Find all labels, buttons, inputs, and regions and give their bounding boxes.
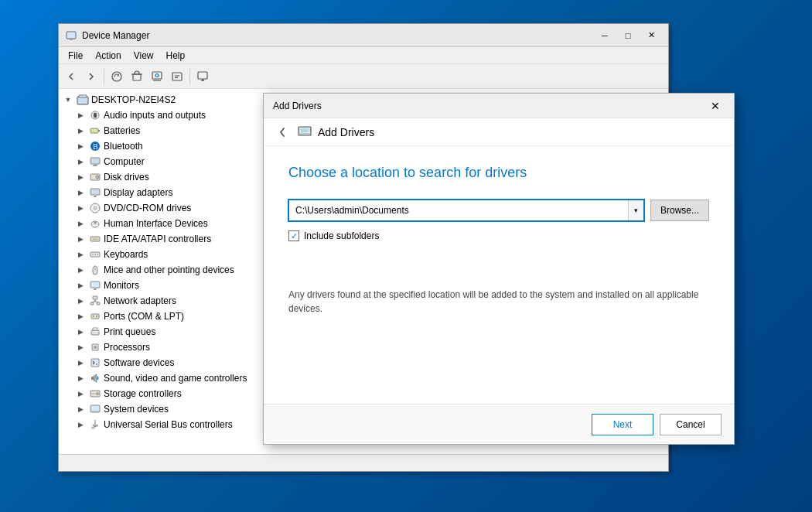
menu-view[interactable]: View	[128, 49, 160, 63]
add-drivers-dialog: Add Drivers ✕ Add Drivers Choose a locat…	[263, 93, 735, 445]
arrow-hid: ▶	[74, 220, 87, 227]
minimize-button[interactable]: ─	[594, 28, 616, 43]
svg-rect-43	[90, 302, 94, 305]
checkbox-row: ✓ Include subfolders	[288, 230, 709, 241]
svg-point-50	[96, 316, 97, 317]
menu-file[interactable]: File	[62, 49, 89, 63]
dialog-nav-title: Add Drivers	[298, 124, 374, 141]
icon-bluetooth: B	[89, 140, 101, 152]
label-sound: Sound, video and game controllers	[104, 373, 247, 384]
icon-keyboards	[89, 248, 101, 261]
label-disk: Disk drives	[104, 172, 149, 183]
icon-disk	[89, 171, 101, 183]
svg-rect-37	[94, 254, 96, 255]
svg-point-30	[94, 207, 97, 210]
dropdown-arrow-icon[interactable]: ▾	[628, 200, 643, 220]
label-dvd: DVD/CD-ROM drives	[104, 203, 191, 213]
label-print: Print queues	[104, 326, 155, 337]
svg-rect-52	[93, 328, 97, 330]
toolbar-update-button[interactable]	[107, 67, 126, 86]
svg-point-60	[97, 393, 99, 395]
window-controls: ─ □ ✕	[594, 28, 662, 43]
arrow-batteries: ▶	[74, 127, 87, 135]
menu-help[interactable]: Help	[160, 49, 192, 63]
arrow-system: ▶	[74, 405, 87, 413]
browse-button[interactable]: Browse...	[650, 200, 709, 221]
label-storage: Storage controllers	[104, 388, 182, 399]
label-system: System devices	[104, 404, 169, 415]
dialog-nav-icon	[298, 124, 312, 141]
icon-display	[89, 186, 101, 199]
dialog-nav: Add Drivers	[264, 118, 734, 146]
close-button[interactable]: ✕	[640, 28, 662, 43]
menu-action[interactable]: Action	[89, 49, 127, 63]
arrow-software: ▶	[74, 359, 87, 367]
svg-rect-0	[67, 32, 76, 39]
toolbar-scan-button[interactable]	[148, 67, 166, 86]
cancel-button[interactable]: Cancel	[660, 414, 722, 435]
icon-usb	[89, 418, 101, 431]
svg-rect-22	[90, 158, 100, 164]
toolbar-back-button[interactable]	[62, 67, 80, 86]
label-audio: Audio inputs and outputs	[104, 110, 206, 121]
svg-point-49	[93, 316, 94, 317]
arrow-computer: ▶	[74, 158, 87, 166]
root-expand-arrow: ▼	[62, 96, 74, 104]
root-icon	[77, 94, 89, 106]
maximize-button[interactable]: □	[617, 28, 639, 43]
svg-rect-11	[198, 72, 207, 79]
label-network: Network adapters	[104, 295, 176, 306]
label-keyboards: Keyboards	[104, 249, 148, 260]
svg-point-7	[155, 73, 159, 77]
arrow-dvd: ▶	[74, 204, 87, 212]
icon-mice	[89, 264, 101, 276]
include-subfolders-label: Include subfolders	[304, 230, 379, 241]
include-subfolders-checkbox[interactable]: ✓	[288, 230, 299, 241]
label-hid: Human Interface Devices	[104, 218, 208, 229]
arrow-audio: ▶	[74, 111, 87, 119]
toolbar-uninstall-button[interactable]	[128, 67, 146, 86]
svg-rect-53	[93, 333, 97, 334]
toolbar-monitor-button[interactable]	[193, 67, 212, 86]
svg-rect-58	[91, 377, 94, 380]
arrow-bluetooth: ▶	[74, 142, 87, 150]
icon-sound	[89, 372, 101, 384]
root-label: DESKTOP-N2EI4S2	[91, 94, 176, 105]
svg-point-26	[96, 176, 99, 179]
arrow-usb: ▶	[74, 421, 87, 428]
dialog-body: Choose a location to search for drivers …	[264, 146, 734, 404]
icon-system	[89, 403, 101, 415]
icon-batteries	[89, 125, 101, 137]
toolbar-properties-button[interactable]	[168, 67, 186, 86]
path-input[interactable]	[289, 200, 628, 220]
label-processors: Processors	[104, 342, 150, 353]
icon-dvd	[89, 202, 101, 214]
dialog-back-button[interactable]	[273, 123, 292, 142]
svg-rect-48	[91, 314, 99, 319]
svg-point-32	[94, 222, 97, 224]
toolbar	[59, 64, 668, 89]
toolbar-forward-button[interactable]	[82, 67, 101, 86]
dialog-close-button[interactable]: ✕	[706, 98, 725, 114]
arrow-print: ▶	[74, 328, 87, 336]
label-display: Display adapters	[104, 187, 172, 198]
svg-rect-6	[152, 72, 162, 79]
svg-rect-40	[90, 282, 100, 288]
arrow-display: ▶	[74, 189, 87, 196]
svg-rect-36	[92, 254, 94, 255]
label-bluetooth: Bluetooth	[104, 141, 143, 152]
status-bar	[59, 454, 668, 471]
svg-rect-56	[91, 359, 99, 367]
arrow-ports: ▶	[74, 312, 87, 320]
svg-rect-44	[97, 302, 100, 305]
svg-rect-17	[94, 113, 97, 118]
label-computer: Computer	[104, 156, 145, 167]
arrow-keyboards: ▶	[74, 251, 87, 258]
title-bar: Device Manager ─ □ ✕	[59, 24, 668, 47]
svg-rect-27	[90, 189, 100, 195]
label-usb: Universal Serial Bus controllers	[104, 419, 233, 430]
icon-software	[89, 357, 101, 369]
svg-rect-71	[301, 128, 309, 132]
next-button[interactable]: Next	[592, 414, 653, 435]
label-monitors: Monitors	[104, 280, 139, 291]
